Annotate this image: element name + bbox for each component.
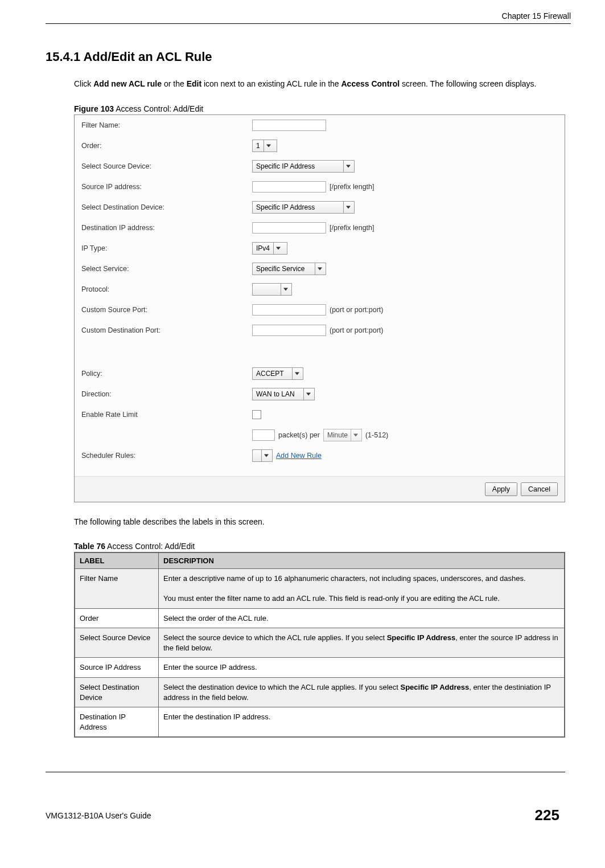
csp-input[interactable] (252, 304, 326, 316)
cell-desc: Select the source device to which the AC… (159, 628, 565, 658)
cell-desc: Enter a descriptive name of up to 16 alp… (159, 569, 565, 609)
cell-label: Order (75, 608, 159, 628)
svg-marker-7 (306, 392, 311, 395)
label-order: Order: (81, 142, 252, 150)
header-rule (46, 23, 571, 24)
footer-rule (46, 772, 565, 772)
svg-marker-2 (346, 206, 351, 208)
figure-title: Access Control: Add/Edit (114, 104, 203, 113)
page-number: 225 (535, 806, 559, 824)
label-filter-name: Filter Name: (81, 121, 252, 129)
rate-unit-select[interactable]: Minute (323, 429, 362, 441)
src-device-select[interactable]: Specific IP Address (252, 160, 355, 173)
cell-desc: Enter the source IP address. (159, 658, 565, 678)
figure-caption: Figure 103 Access Control: Add/Edit (74, 104, 571, 113)
chevron-down-icon (303, 388, 313, 400)
cell-desc: Select the destination device to which t… (159, 678, 565, 707)
cell-desc: Select the order of the ACL rule. (159, 608, 565, 628)
text: or the (162, 79, 187, 88)
cell-label: Select Source Device (75, 628, 159, 658)
figure-number: Figure 103 (74, 104, 114, 113)
table-row: Source IP Address Enter the source IP ad… (75, 658, 565, 678)
ip-type-select[interactable]: IPv4 (252, 242, 287, 255)
text: icon next to an existing ACL rule in the (201, 79, 341, 88)
section-title: 15.4.1 Add/Edit an ACL Rule (46, 50, 571, 64)
svg-marker-0 (266, 144, 271, 147)
table-title: Access Control: Add/Edit (105, 542, 195, 551)
filter-name-input[interactable] (252, 120, 326, 131)
text-bold: Access Control (341, 79, 400, 88)
policy-value: ACCEPT (256, 370, 284, 378)
label-direction: Direction: (81, 390, 252, 398)
th-desc: DESCRIPTION (159, 552, 565, 569)
th-label: LABEL (75, 552, 159, 569)
text: screen. The following screen displays. (400, 79, 536, 88)
text-bold: Add new ACL rule (93, 79, 162, 88)
chevron-down-icon (315, 263, 324, 275)
text: Select the destination device to which t… (163, 683, 400, 691)
label-protocol: Protocol: (81, 285, 252, 293)
src-device-value: Specific IP Address (256, 162, 315, 170)
rate-unit-value: Minute (327, 431, 348, 439)
policy-select[interactable]: ACCEPT (252, 367, 303, 380)
chevron-down-icon (343, 202, 353, 213)
cell-label: Filter Name (75, 569, 159, 609)
protocol-select[interactable] (252, 283, 292, 296)
text: Click (74, 79, 93, 88)
chevron-down-icon (281, 284, 290, 295)
order-value: 1 (256, 142, 260, 150)
order-select[interactable]: 1 (252, 140, 277, 152)
label-service: Select Service: (81, 265, 252, 273)
figure-screenshot: Filter Name: Order: 1 Select Source Devi… (74, 114, 565, 502)
text: Enter a descriptive name of up to 16 alp… (163, 574, 526, 603)
chapter-header: Chapter 15 Firewall (46, 11, 571, 21)
service-value: Specific Service (256, 265, 304, 273)
footer-left: VMG1312-B10A User's Guide (46, 811, 151, 820)
src-ip-input[interactable] (252, 181, 326, 193)
dst-device-select[interactable]: Specific IP Address (252, 201, 355, 214)
label-cdp: Custom Destination Port: (81, 326, 252, 334)
text: Select the source device to which the AC… (163, 633, 387, 642)
text-bold: Specific IP Address (400, 683, 469, 691)
description-table: LABEL DESCRIPTION Filter Name Enter a de… (74, 552, 565, 738)
intro-paragraph: Click Add new ACL rule or the Edit icon … (74, 79, 571, 90)
prefix-hint: [/prefix length] (330, 224, 374, 232)
direction-select[interactable]: WAN to LAN (252, 388, 315, 400)
table-row: Filter Name Enter a descriptive name of … (75, 569, 565, 609)
port-hint: (port or port:port) (330, 306, 383, 314)
cancel-button[interactable]: Cancel (521, 482, 558, 496)
section-title-text: Add/Edit an ACL Rule (80, 50, 212, 64)
text-bold: Edit (187, 79, 201, 88)
label-csp: Custom Source Port: (81, 306, 252, 314)
rate-value-input[interactable] (252, 429, 275, 441)
ip-type-value: IPv4 (256, 244, 270, 252)
label-src-ip: Source IP address: (81, 183, 252, 191)
table-number: Table 76 (74, 542, 105, 551)
label-dst-device: Select Destination Device: (81, 203, 252, 211)
cell-label: Source IP Address (75, 658, 159, 678)
table-caption: Table 76 Access Control: Add/Edit (74, 542, 571, 551)
label-src-device: Select Source Device: (81, 162, 252, 170)
label-dst-ip: Destination IP address: (81, 224, 252, 232)
port-hint: (port or port:port) (330, 326, 383, 334)
chevron-down-icon (351, 429, 360, 441)
label-scheduler: Scheduler Rules: (81, 452, 252, 460)
rate-range-text: (1-512) (365, 431, 388, 439)
apply-button[interactable]: Apply (485, 482, 517, 496)
rate-checkbox[interactable] (252, 410, 261, 419)
cell-desc: Enter the destination IP address. (159, 707, 565, 738)
dst-device-value: Specific IP Address (256, 203, 315, 211)
table-row: Select Destination Device Select the des… (75, 678, 565, 707)
table-row: Order Select the order of the ACL rule. (75, 608, 565, 628)
cdp-input[interactable] (252, 325, 326, 336)
table-row: Destination IP Address Enter the destina… (75, 707, 565, 738)
cell-label: Select Destination Device (75, 678, 159, 707)
dst-ip-input[interactable] (252, 222, 326, 234)
label-ip-type: IP Type: (81, 244, 252, 252)
svg-marker-3 (276, 247, 281, 249)
scheduler-select[interactable] (252, 449, 273, 462)
table-intro: The following table describes the labels… (74, 517, 571, 528)
chevron-down-icon (264, 140, 273, 152)
add-new-rule-link[interactable]: Add New Rule (276, 452, 322, 460)
service-select[interactable]: Specific Service (252, 263, 326, 275)
